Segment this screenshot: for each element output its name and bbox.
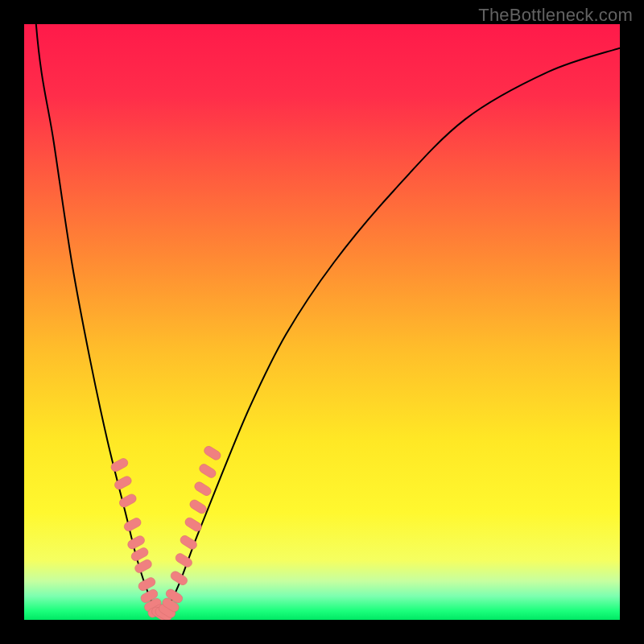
bottleneck-curve	[24, 24, 620, 614]
svg-rect-4	[122, 517, 142, 533]
svg-rect-21	[188, 498, 208, 515]
svg-rect-19	[179, 534, 198, 551]
plot-area	[24, 24, 620, 620]
svg-rect-23	[198, 463, 217, 480]
highlight-markers	[109, 444, 222, 620]
watermark-label: TheBottleneck.com	[478, 5, 633, 26]
curve-layer	[24, 24, 620, 620]
svg-rect-24	[203, 444, 222, 461]
svg-rect-22	[193, 481, 213, 497]
chart-frame: TheBottleneck.com	[0, 0, 644, 644]
svg-rect-20	[184, 516, 203, 533]
